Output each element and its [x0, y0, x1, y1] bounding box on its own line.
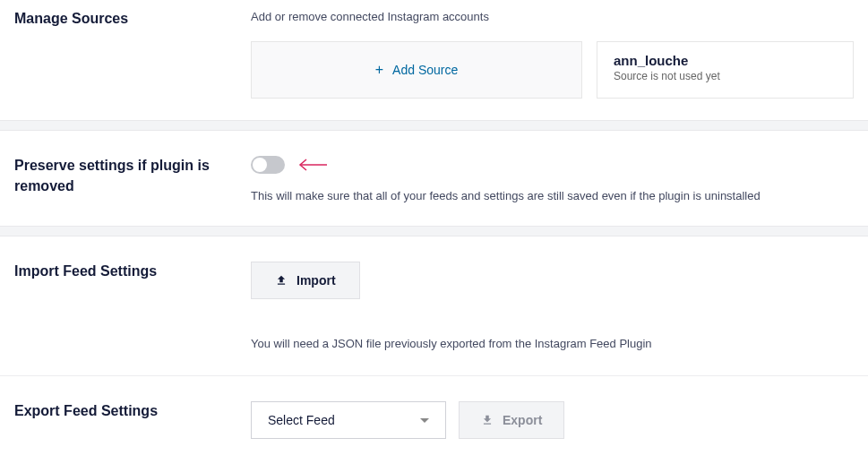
- manage-sources-section: Manage Sources Add or remove connected I…: [0, 0, 868, 120]
- upload-icon: [275, 274, 288, 287]
- import-feed-title: Import Feed Settings: [14, 262, 233, 281]
- add-source-label: Add Source: [392, 63, 458, 77]
- import-help-text: You will need a JSON file previously exp…: [251, 337, 854, 350]
- export-row: Select Feed Export: [251, 401, 854, 439]
- import-button[interactable]: Import: [251, 262, 360, 299]
- source-card[interactable]: ann_louche Source is not used yet: [597, 41, 854, 99]
- preserve-settings-section: Preserve settings if plugin is removed T…: [0, 131, 868, 226]
- select-feed-label: Select Feed: [268, 413, 335, 427]
- section-label: Export Feed Settings: [14, 401, 251, 464]
- section-divider: [0, 120, 868, 131]
- export-feed-section: Export Feed Settings Select Feed Export …: [0, 376, 868, 464]
- source-status: Source is not used yet: [614, 70, 837, 82]
- export-feed-title: Export Feed Settings: [14, 401, 233, 421]
- preserve-settings-toggle[interactable]: [251, 156, 285, 174]
- add-source-button[interactable]: + Add Source: [251, 41, 582, 99]
- source-name: ann_louche: [614, 53, 837, 68]
- preserve-settings-description: This will make sure that all of your fee…: [251, 188, 854, 204]
- plus-icon: +: [375, 62, 383, 78]
- preserve-settings-title: Preserve settings if plugin is removed: [14, 156, 233, 196]
- export-button-label: Export: [503, 413, 542, 427]
- export-button[interactable]: Export: [459, 401, 564, 439]
- section-content: This will make sure that all of your fee…: [251, 156, 854, 204]
- section-divider: [0, 226, 868, 236]
- manage-sources-subtext: Add or remove connected Instagram accoun…: [251, 9, 854, 25]
- section-label: Import Feed Settings: [14, 262, 251, 350]
- section-content: Import You will need a JSON file previou…: [251, 262, 854, 350]
- toggle-knob: [253, 158, 267, 172]
- manage-sources-title: Manage Sources: [14, 9, 233, 29]
- source-row: + Add Source ann_louche Source is not us…: [251, 41, 854, 99]
- download-icon: [481, 414, 494, 426]
- section-label: Manage Sources: [14, 9, 251, 99]
- arrow-left-icon: [297, 159, 328, 171]
- import-feed-section: Import Feed Settings Import You will nee…: [0, 236, 868, 375]
- section-content: Select Feed Export Export settings for o…: [251, 401, 854, 464]
- section-content: Add or remove connected Instagram accoun…: [251, 9, 854, 99]
- select-feed-dropdown[interactable]: Select Feed: [251, 401, 446, 439]
- section-label: Preserve settings if plugin is removed: [14, 156, 251, 204]
- toggle-row: [251, 156, 854, 174]
- chevron-down-icon: [420, 418, 429, 423]
- import-button-label: Import: [296, 273, 336, 288]
